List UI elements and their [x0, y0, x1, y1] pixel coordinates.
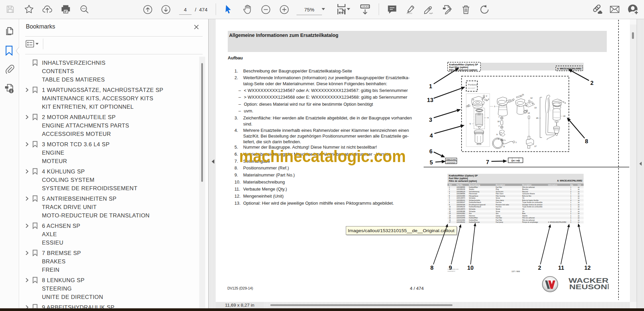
svg-text:Kraftstoffpumpe: Kraftstoffpumpe [469, 221, 480, 223]
svg-text:1000389262: 1000389262 [457, 221, 465, 223]
svg-text:Screw: Screw [496, 197, 500, 199]
svg-text:Boîte de filtre: Boîte de filtre [522, 195, 532, 197]
svg-text:7: 7 [498, 125, 500, 127]
svg-text:Filtereinsatz: Filtereinsatz [469, 193, 477, 195]
svg-text:1000434257: 1000434257 [447, 270, 455, 272]
svg-text:1: 1 [570, 187, 571, 188]
svg-text:pc: pc [578, 208, 580, 210]
svg-text:Filtre de carburant (option): Filtre de carburant (option) [449, 69, 477, 71]
svg-text:pc: pc [578, 211, 580, 212]
svg-text:1: 1 [570, 215, 571, 217]
svg-text:Kraftstofffilter: Kraftstofffilter [469, 217, 478, 219]
svg-text:Clamp: Clamp [496, 215, 500, 217]
svg-text:1000320563: 1000320563 [457, 215, 465, 217]
svg-text:Perkins: Perkins [468, 83, 477, 86]
svg-text:1: 1 [570, 189, 571, 190]
svg-text:3: 3 [488, 98, 489, 100]
svg-text:2: 2 [486, 95, 487, 97]
svg-text:1: 1 [570, 217, 571, 219]
svg-text:15: 15 [536, 117, 538, 119]
svg-text:1000434257: 1000434257 [446, 162, 456, 164]
svg-text:7: 7 [498, 116, 500, 118]
svg-text:1: 1 [570, 202, 571, 203]
svg-text:4: 4 [449, 193, 450, 195]
svg-text:Filtre de carburant (option): Filtre de carburant (option) [449, 180, 477, 183]
svg-text:10: 10 [467, 265, 474, 271]
svg-text:Schraube: Schraube [469, 211, 476, 212]
svg-text:EDILE1443: EDILE1443 [446, 159, 456, 161]
svg-text:Filter insert: Filter insert [496, 193, 503, 195]
svg-text:Fuel pump: Fuel pump [496, 221, 503, 223]
svg-text:404J-E22T: 404J-E22T [468, 88, 476, 89]
svg-text:1: 1 [494, 105, 495, 107]
svg-text:1000433955: 1000433955 [457, 195, 465, 197]
svg-text:1000389241: 1000389241 [457, 200, 465, 201]
svg-text:pc: pc [578, 215, 580, 217]
svg-text:137 / 666: 137 / 666 [512, 270, 520, 272]
svg-text:7: 7 [449, 200, 450, 201]
svg-text:Fuel filter (option): Fuel filter (option) [449, 177, 468, 180]
svg-text:11: 11 [522, 94, 524, 96]
svg-text:Filtergehäuse: Filtergehäuse [469, 195, 478, 197]
svg-text:Arm: Arm [469, 213, 472, 214]
svg-text:7: 7 [516, 142, 517, 144]
svg-text:4: 4 [487, 117, 489, 119]
svg-text:pc: pc [578, 187, 580, 188]
svg-text:Kraftstoffschlauch: Kraftstoffschlauch [469, 206, 481, 208]
svg-text:pc: pc [578, 202, 580, 203]
svg-text:pc: pc [578, 200, 580, 201]
svg-text:Fuel filter: Fuel filter [496, 217, 502, 219]
svg-text:1000433950: 1000433950 [457, 219, 465, 221]
svg-text:Part No.: Part No. [457, 184, 463, 186]
svg-text:Filtre de carburant: Filtre de carburant [522, 219, 535, 221]
svg-text:3: 3 [570, 211, 571, 212]
svg-text:Information: Information [548, 184, 557, 186]
svg-text:pc: pc [578, 221, 580, 223]
svg-text:1000389230: 1000389230 [457, 206, 465, 208]
svg-text:11: 11 [449, 208, 451, 210]
svg-text:17: 17 [449, 221, 451, 223]
svg-text:1000389247: 1000389247 [457, 202, 465, 203]
svg-text:6: 6 [429, 148, 432, 155]
svg-text:pc: pc [578, 204, 580, 206]
svg-text:Klammer: Klammer [469, 215, 475, 217]
svg-text:8: 8 [585, 138, 588, 145]
svg-text:1532310155 4.03: 1532310155 4.03 [447, 268, 459, 270]
svg-text:Soupape limitrice de pression: Soupape limitrice de pression [522, 204, 543, 206]
svg-text:8: 8 [430, 265, 433, 271]
svg-text:1: 1 [570, 195, 571, 197]
svg-text:13: 13 [534, 107, 537, 109]
svg-text:Qty.: Qty. [570, 184, 574, 186]
svg-text:1: 1 [570, 193, 571, 195]
svg-text:Filter housing: Filter housing [496, 195, 505, 197]
svg-text:pc: pc [578, 191, 580, 193]
svg-text:1000138973: 1000138973 [457, 197, 465, 199]
svg-text:1000389249: 1000389249 [457, 189, 465, 190]
svg-text:16: 16 [449, 219, 451, 221]
svg-text:13: 13 [427, 97, 433, 103]
svg-text:Unit: Unit [578, 184, 581, 186]
svg-text:16: 16 [563, 115, 566, 117]
svg-text:Raccord: Raccord [522, 191, 528, 193]
svg-text:1000434306: 1000434306 [457, 204, 465, 206]
svg-text:pc: pc [578, 197, 580, 199]
svg-text:Verschleissung: Verschleissung [469, 191, 479, 193]
svg-text:2: 2 [590, 80, 593, 86]
svg-text:Bras: Bras [522, 213, 526, 214]
svg-text:5: 5 [470, 123, 471, 125]
svg-text:Bouchon: Bouchon [522, 189, 529, 190]
svg-text:1000388556: 1000388556 [457, 193, 465, 195]
svg-text:pc: pc [578, 206, 580, 208]
svg-text:pc: pc [578, 213, 580, 214]
svg-text:12: 12 [530, 97, 533, 99]
svg-text:Kraftstofffilter: Kraftstofffilter [469, 187, 478, 188]
svg-text:1: 1 [570, 213, 571, 214]
svg-text:3: 3 [449, 191, 450, 193]
svg-text:pc: pc [578, 195, 580, 197]
svg-text:Kraftstofffilter: Kraftstofffilter [469, 219, 478, 221]
svg-text:10: 10 [449, 206, 451, 208]
svg-text:Screw: Screw [496, 211, 500, 212]
svg-text:1: 1 [570, 208, 571, 210]
svg-text:6: 6 [449, 197, 450, 199]
svg-text:14: 14 [449, 215, 451, 217]
